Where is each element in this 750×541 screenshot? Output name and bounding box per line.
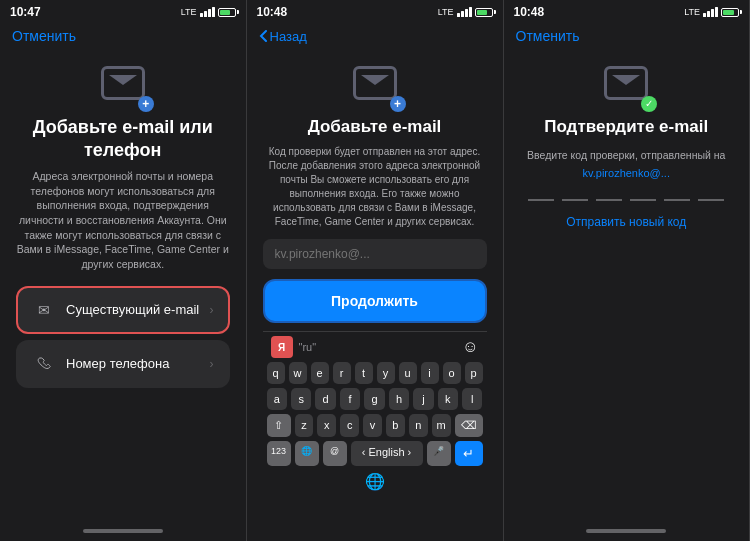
space-key[interactable]: ‹ English › — [351, 441, 423, 466]
battery-fill-3 — [723, 10, 734, 15]
key-u[interactable]: u — [399, 362, 417, 384]
lte-label-1: LTE — [181, 7, 197, 17]
key-x[interactable]: x — [317, 414, 336, 437]
cancel-button-1[interactable]: Отменить — [12, 28, 76, 44]
key-e[interactable]: e — [311, 362, 329, 384]
option-phone-label: Номер телефона — [66, 356, 169, 371]
option-email-label: Существующий e-mail — [66, 302, 199, 317]
key-c[interactable]: c — [340, 414, 359, 437]
code-dash-6 — [698, 199, 724, 201]
battery-3 — [721, 8, 739, 17]
panel-add-contact: 10:47 LTE Отменить + Добавьте e-mail или… — [0, 0, 247, 541]
time-2: 10:48 — [257, 5, 288, 19]
key-y[interactable]: y — [377, 362, 395, 384]
key-j[interactable]: j — [413, 388, 433, 410]
home-indicator-3 — [586, 529, 666, 533]
email-icon-wrapper-2: + — [350, 58, 400, 108]
bottom-bar-3 — [504, 521, 750, 541]
key-s[interactable]: s — [291, 388, 311, 410]
options-list-1: ✉ Существующий e-mail › Номер телефона › — [16, 286, 230, 388]
sb2 — [461, 11, 464, 17]
key-v[interactable]: v — [363, 414, 382, 437]
key-row-2: a s d f g h j k l — [263, 386, 487, 412]
code-dash-4 — [630, 199, 656, 201]
code-dash-5 — [664, 199, 690, 201]
continue-button[interactable]: Продолжить — [263, 279, 487, 323]
content-3: ✓ Подтвердите e-mail Введите код проверк… — [504, 50, 750, 521]
return-key[interactable]: ↵ — [455, 441, 483, 466]
at-key[interactable]: @ — [323, 441, 347, 466]
battery-fill-2 — [477, 10, 488, 15]
email-check-icon-3: ✓ — [641, 96, 657, 112]
battery-2 — [475, 8, 493, 17]
verify-desc-3: Введите код проверки, отправленный на — [527, 149, 725, 161]
status-icons-2: LTE — [438, 7, 493, 17]
sb1-3 — [703, 13, 706, 17]
globe-key[interactable]: 🌐 — [295, 441, 319, 466]
key-row-1: q w e r t y u i o p — [263, 360, 487, 386]
option-email[interactable]: ✉ Существующий e-mail › — [16, 286, 230, 334]
email-chevron-3 — [612, 75, 640, 85]
numbers-key[interactable]: 123 — [267, 441, 291, 466]
keyboard-top-row: Я "ru" ☺ — [263, 332, 487, 360]
time-3: 10:48 — [514, 5, 545, 19]
key-n[interactable]: n — [409, 414, 428, 437]
key-f[interactable]: f — [340, 388, 360, 410]
lte-label-3: LTE — [684, 7, 700, 17]
email-option-icon: ✉ — [32, 298, 56, 322]
key-g[interactable]: g — [364, 388, 384, 410]
signal-bar-4 — [212, 7, 215, 17]
code-input-row[interactable] — [528, 185, 724, 201]
sb4-3 — [715, 7, 718, 17]
key-i[interactable]: i — [421, 362, 439, 384]
mic-key[interactable]: 🎤 — [427, 441, 451, 466]
battery-fill-1 — [220, 10, 231, 15]
key-m[interactable]: m — [432, 414, 451, 437]
email-plus-icon-1: + — [138, 96, 154, 112]
option-phone-chevron: › — [210, 357, 214, 371]
signal-bars-1 — [200, 7, 215, 17]
emoji-button[interactable]: ☺ — [462, 338, 478, 356]
key-t[interactable]: t — [355, 362, 373, 384]
panel-desc-2: Код проверки будет отправлен на этот адр… — [263, 145, 487, 229]
sb2-3 — [707, 11, 710, 17]
panel-title-1: Добавьте e-mail или телефон — [16, 116, 230, 161]
email-icon-wrapper-3: ✓ — [601, 58, 651, 108]
cancel-button-3[interactable]: Отменить — [516, 28, 580, 44]
code-dash-3 — [596, 199, 622, 201]
back-button-2[interactable]: Назад — [259, 29, 307, 44]
sb3 — [465, 9, 468, 17]
key-o[interactable]: o — [443, 362, 461, 384]
key-w[interactable]: w — [289, 362, 307, 384]
status-icons-1: LTE — [181, 7, 236, 17]
key-row-4: 123 🌐 @ ‹ English › 🎤 ↵ — [263, 439, 487, 468]
key-q[interactable]: q — [267, 362, 285, 384]
key-d[interactable]: d — [315, 388, 335, 410]
globe-bottom-icon[interactable]: 🌐 — [365, 472, 385, 491]
key-h[interactable]: h — [389, 388, 409, 410]
key-z[interactable]: z — [295, 414, 314, 437]
resend-code-button[interactable]: Отправить новый код — [566, 215, 686, 229]
signal-bar-1 — [200, 13, 203, 17]
sb3-3 — [711, 9, 714, 17]
key-k[interactable]: k — [438, 388, 458, 410]
back-chevron-icon — [259, 30, 267, 42]
lang-indicator: "ru" — [299, 341, 317, 353]
status-bar-3: 10:48 LTE — [504, 0, 750, 22]
key-b[interactable]: b — [386, 414, 405, 437]
email-chevron-2 — [361, 75, 389, 85]
panel-add-email: 10:48 LTE Назад + — [247, 0, 504, 541]
time-1: 10:47 — [10, 5, 41, 19]
yandex-icon: Я — [271, 336, 293, 358]
option-phone[interactable]: Номер телефона › — [16, 340, 230, 388]
key-p[interactable]: p — [465, 362, 483, 384]
shift-key[interactable]: ⇧ — [267, 414, 291, 437]
key-a[interactable]: a — [267, 388, 287, 410]
email-input-2[interactable] — [263, 239, 487, 269]
panel-title-2: Добавьте e-mail — [308, 116, 442, 137]
signal-bar-2 — [204, 11, 207, 17]
option-email-chevron: › — [210, 303, 214, 317]
key-r[interactable]: r — [333, 362, 351, 384]
key-l[interactable]: l — [462, 388, 482, 410]
delete-key[interactable]: ⌫ — [455, 414, 483, 437]
